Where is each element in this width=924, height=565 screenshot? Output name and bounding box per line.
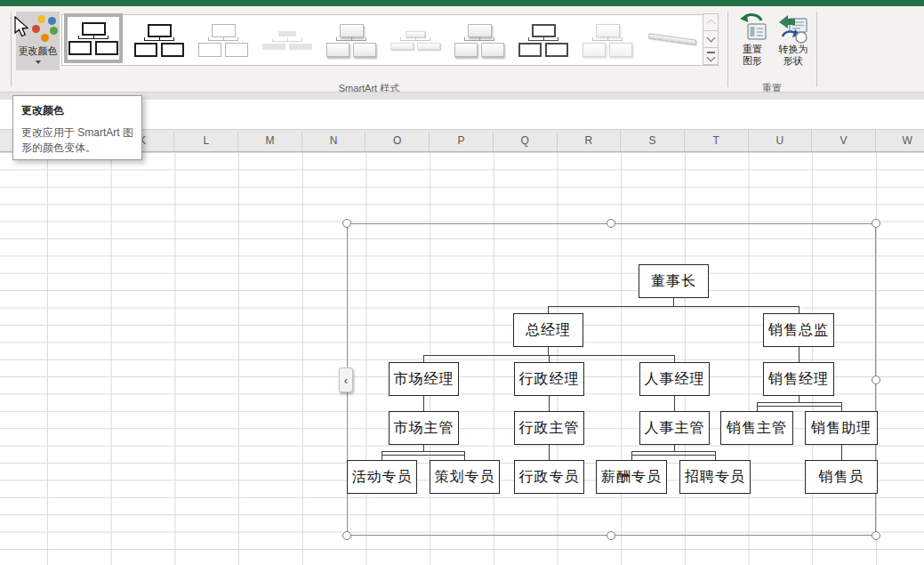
reset-graphic-icon bbox=[736, 13, 768, 44]
tooltip-title: 更改颜色 bbox=[21, 103, 133, 118]
org-node-admin_manager[interactable]: 行政经理 bbox=[514, 362, 584, 396]
smartart-style-9[interactable] bbox=[578, 17, 637, 63]
org-connector bbox=[841, 445, 842, 460]
column-header-L[interactable]: L bbox=[174, 130, 238, 151]
org-connector bbox=[549, 396, 550, 411]
org-node-general_manager[interactable]: 总经理 bbox=[513, 313, 583, 347]
smartart-style-10[interactable] bbox=[642, 17, 701, 63]
org-connector bbox=[548, 306, 549, 314]
color-dot-yellow bbox=[37, 15, 45, 23]
color-dot-orange bbox=[41, 34, 49, 42]
org-connector bbox=[674, 396, 675, 411]
column-header-O[interactable]: O bbox=[366, 130, 430, 151]
org-node-sales_director[interactable]: 销售总监 bbox=[763, 313, 834, 347]
org-node-admin_specialist[interactable]: 行政专员 bbox=[514, 460, 584, 494]
convert-to-shapes-button[interactable]: 转换为 形状 bbox=[774, 10, 813, 77]
org-connector bbox=[548, 347, 549, 355]
smartart-style-2[interactable] bbox=[130, 17, 189, 63]
org-node-planning_specialist[interactable]: 策划专员 bbox=[430, 460, 500, 494]
column-header-P[interactable]: P bbox=[430, 130, 494, 151]
org-connector bbox=[673, 298, 674, 306]
ribbon: 更改颜色 SmartArt 样式 重置 图形 bbox=[0, 6, 924, 92]
ribbon-group-separator bbox=[727, 12, 728, 87]
column-header-W[interactable]: W bbox=[876, 130, 924, 151]
org-connector bbox=[799, 347, 799, 362]
gallery-more-button[interactable] bbox=[703, 47, 719, 65]
change-colors-tooltip: 更改颜色 更改应用于 SmartArt 图形的颜色变体。 bbox=[12, 95, 142, 160]
chevron-down-icon bbox=[707, 53, 716, 62]
reset-graphic-button[interactable]: 重置 图形 bbox=[733, 10, 772, 77]
column-header-N[interactable]: N bbox=[302, 130, 366, 151]
org-connector bbox=[674, 355, 675, 363]
gallery-scroll-up-button[interactable] bbox=[703, 13, 719, 31]
change-colors-button[interactable]: 更改颜色 bbox=[16, 12, 60, 70]
selection-handle-bottom-middle[interactable] bbox=[607, 531, 615, 540]
smartart-style-7[interactable] bbox=[450, 17, 509, 63]
org-connector bbox=[423, 355, 424, 363]
color-dot-red bbox=[32, 25, 40, 33]
smartart-style-4[interactable] bbox=[258, 17, 317, 63]
smartart-styles-gallery bbox=[61, 14, 719, 66]
org-node-recruiting_specialist[interactable]: 招聘专员 bbox=[679, 460, 751, 494]
change-colors-icon bbox=[22, 14, 54, 43]
org-connector bbox=[423, 396, 424, 411]
org-node-event_specialist[interactable]: 活动专员 bbox=[347, 460, 417, 494]
chevron-down-icon bbox=[36, 61, 41, 64]
org-node-hr_supervisor[interactable]: 人事主管 bbox=[639, 411, 710, 445]
org-connector bbox=[674, 445, 675, 451]
gallery-scroll-down-button[interactable] bbox=[703, 30, 719, 48]
org-node-hr_manager[interactable]: 人事经理 bbox=[639, 362, 710, 396]
excel-title-bar bbox=[0, 0, 924, 6]
org-node-sales_supervisor[interactable]: 销售主管 bbox=[720, 411, 793, 445]
convert-to-shapes-label-1: 转换为 bbox=[779, 44, 808, 55]
column-header-S[interactable]: S bbox=[621, 130, 685, 151]
smartart-style-8[interactable] bbox=[514, 17, 573, 63]
org-node-marketing_manager[interactable]: 市场经理 bbox=[389, 362, 459, 396]
smartart-style-5[interactable] bbox=[322, 17, 381, 63]
smartart-style-1[interactable] bbox=[64, 13, 123, 63]
org-connector bbox=[548, 306, 799, 307]
org-connector bbox=[799, 396, 799, 402]
org-node-marketing_supervisor[interactable]: 市场主管 bbox=[389, 411, 459, 445]
chevron-up-icon bbox=[707, 20, 716, 28]
column-header-U[interactable]: U bbox=[749, 130, 813, 151]
org-connector bbox=[549, 445, 550, 460]
org-connector-bracket bbox=[382, 451, 465, 456]
org-connector bbox=[549, 355, 550, 363]
selection-handle-top-right[interactable] bbox=[872, 219, 880, 228]
selection-handle-top-left[interactable] bbox=[342, 219, 351, 228]
column-header-T[interactable]: T bbox=[685, 130, 749, 151]
smartart-text-pane-toggle[interactable]: ‹ bbox=[339, 367, 353, 392]
chevron-down-icon bbox=[707, 34, 716, 43]
column-header-R[interactable]: R bbox=[558, 130, 622, 151]
ribbon-group-separator bbox=[11, 12, 12, 87]
org-connector-bracket bbox=[757, 402, 842, 407]
org-node-compensation_specialist[interactable]: 薪酬专员 bbox=[596, 460, 667, 494]
org-node-sales_assistant[interactable]: 销售助理 bbox=[805, 411, 878, 445]
org-node-salesperson[interactable]: 销售员 bbox=[805, 460, 878, 494]
org-connector bbox=[423, 445, 424, 451]
reset-graphic-label-1: 重置 bbox=[743, 44, 762, 55]
reset-graphic-label-2: 图形 bbox=[743, 55, 762, 67]
gallery-scrollbar bbox=[703, 14, 719, 69]
selection-handle-bottom-right[interactable] bbox=[872, 531, 880, 540]
org-connector-bracket bbox=[631, 451, 716, 456]
color-dot-blue bbox=[48, 17, 56, 25]
selection-handle-middle-right[interactable] bbox=[872, 375, 880, 384]
org-connector bbox=[799, 306, 799, 314]
smartart-style-6[interactable] bbox=[386, 17, 445, 63]
org-node-chairman[interactable]: 董事长 bbox=[639, 264, 709, 298]
column-header-M[interactable]: M bbox=[238, 130, 302, 151]
change-colors-label: 更改颜色 bbox=[19, 44, 58, 58]
selection-handle-bottom-left[interactable] bbox=[342, 531, 351, 540]
smartart-style-3[interactable] bbox=[194, 17, 253, 63]
color-dot-green bbox=[50, 27, 58, 35]
column-header-V[interactable]: V bbox=[812, 130, 876, 151]
org-node-admin_supervisor[interactable]: 行政主管 bbox=[514, 411, 584, 445]
org-node-sales_manager[interactable]: 销售经理 bbox=[763, 362, 834, 396]
tooltip-body: 更改应用于 SmartArt 图形的颜色变体。 bbox=[21, 125, 133, 156]
convert-to-shapes-label-2: 形状 bbox=[783, 55, 803, 67]
selection-handle-top-middle[interactable] bbox=[607, 219, 615, 228]
column-header-Q[interactable]: Q bbox=[494, 130, 558, 151]
ribbon-group-separator bbox=[816, 12, 817, 87]
